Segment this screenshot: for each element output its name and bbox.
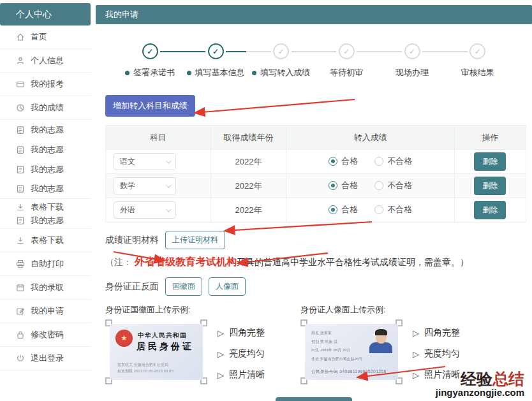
table-header-row: 科目 取得成绩年份 转入成绩 操作: [106, 126, 526, 150]
radio-fail[interactable]: 不合格: [374, 204, 412, 215]
step-check-icon: [142, 43, 158, 59]
portrait-example-title: 身份证人像面上传示例:: [300, 304, 460, 316]
emblem-side-button[interactable]: 国徽面: [165, 277, 202, 296]
add-subject-score-button[interactable]: 增加转入科目和成绩: [105, 95, 195, 117]
sidebar-item-label: 我的志愿: [31, 124, 64, 136]
sidebar-item-group: 表格下载 我的志愿: [0, 199, 91, 229]
column-header-action: 操作: [454, 126, 526, 150]
tip-item: 四角完整: [218, 327, 265, 339]
sidebar-item-preferences-3[interactable]: 我的志愿: [0, 159, 91, 179]
card-title-text: 居民身份证: [137, 341, 194, 353]
submit-review-button[interactable]: 提交审核: [276, 397, 352, 401]
radio-dot-icon: [329, 205, 337, 214]
watermark-logo: 经验总结: [436, 371, 524, 388]
step-label: 填写基本信息: [187, 67, 245, 78]
sidebar-item-preferences-4[interactable]: 我的志愿: [0, 179, 91, 199]
note-highlight: 外省省级教育考试机构: [135, 256, 237, 267]
note-prefix: （注：: [105, 257, 132, 267]
step-check-icon: [469, 43, 485, 59]
step-transfer-scores: 填写转入成绩: [248, 43, 314, 78]
document-icon: [16, 216, 25, 225]
document-icon: [16, 184, 25, 193]
sidebar-item-form-download-1[interactable]: 表格下载: [0, 200, 91, 214]
subject-select[interactable]: 语文: [114, 153, 176, 170]
sidebar-item-preferences-2[interactable]: 我的志愿: [0, 140, 91, 159]
radio-fail[interactable]: 不合格: [374, 180, 412, 191]
radio-pass[interactable]: 合格: [329, 180, 358, 191]
sidebar-item-home[interactable]: 首页: [0, 26, 91, 49]
chevron-down-icon: [166, 207, 171, 212]
sidebar-item-label: 我的申请: [31, 305, 64, 317]
tip-item: 四角完整: [413, 327, 460, 339]
card-issuer-text: 签发机关 安徽省合肥市公安局: [117, 362, 168, 368]
sidebar-item-label: 我的志愿: [31, 183, 64, 194]
step-check-icon: [404, 43, 420, 59]
pie-chart-icon: [16, 103, 25, 112]
sidebar-item-label: 退出登录: [31, 353, 64, 364]
portrait-card-frame: 姓名 张某某 性别 男 民族 汉 出生 1986年 08月 20日 住址 安徽省…: [300, 319, 403, 384]
emblem-example-block: 身份证国徽面上传示例: 中华人民共和国 居民身份证 签发机关 安徽省合肥市公安局…: [105, 304, 265, 384]
document-icon: [16, 126, 25, 135]
sidebar-item-preferences-1[interactable]: 我的志愿: [0, 120, 91, 140]
card-validity-text: 有效期限 2013.03.05-2023.03.05: [117, 368, 174, 374]
table-row: 外语 2022年 合格 不合格 删除: [106, 198, 526, 222]
portrait-side-button[interactable]: 人像面: [209, 277, 246, 296]
delete-row-button[interactable]: 删除: [474, 177, 506, 195]
step-label: 审核结果: [461, 67, 494, 78]
sidebar-item-label: 表格下载: [31, 235, 64, 246]
step-check-icon: [273, 43, 289, 59]
emblem-example-title: 身份证国徽面上传示例:: [105, 304, 265, 316]
card-field: 住址 安徽省合肥市蜀山路26号: [311, 356, 362, 362]
radio-label: 不合格: [387, 180, 412, 191]
avatar-body: [369, 342, 392, 353]
tip-item: 照片清晰: [218, 369, 265, 381]
delete-row-button[interactable]: 删除: [474, 201, 506, 219]
note-rest: 开具的普通高中学业水平合格性考试成绩证明，需盖章。）: [237, 257, 469, 267]
subject-select[interactable]: 数学: [114, 177, 176, 194]
tips-list: 四角完整 亮度均匀 照片清晰: [218, 327, 265, 384]
radio-label: 合格: [341, 204, 358, 215]
printer-icon: [16, 259, 25, 268]
radio-label: 合格: [341, 156, 358, 167]
progress-stepper: 签署承诺书 填写基本信息 填写转入成绩 等待初审 现场办理 审核结果: [96, 43, 532, 78]
sidebar-item-label: 修改密码: [31, 329, 64, 340]
site-watermark: 经验总结 jingyanzongjie.com: [436, 371, 524, 397]
step-review-result: 审核结果: [445, 43, 510, 78]
edit-icon: [16, 307, 25, 316]
step-check-icon: [208, 43, 224, 59]
sidebar-item-admission[interactable]: 我的录取: [0, 276, 91, 300]
sidebar-item-profile[interactable]: 个人信息: [0, 49, 91, 73]
material-row: 成绩证明材料 上传证明材料: [105, 231, 532, 249]
sidebar-item-logout[interactable]: 退出登录: [0, 347, 91, 370]
sidebar-item-application[interactable]: 我的申请: [0, 300, 91, 323]
sidebar-item-form-download-2[interactable]: 表格下载: [0, 229, 91, 252]
subject-select[interactable]: 外语: [114, 201, 176, 219]
portrait-photo: [369, 331, 392, 359]
panel-title: 我的申请: [96, 5, 532, 24]
national-emblem-icon: [115, 330, 133, 347]
watermark-domain: jingyanzongjie.com: [436, 388, 524, 397]
sidebar-item-label: 我的志愿: [31, 164, 64, 175]
radio-dot-icon: [374, 157, 383, 166]
radio-fail[interactable]: 不合格: [374, 156, 412, 167]
sidebar-item-self-print[interactable]: 自助打印: [0, 252, 91, 276]
watermark-text-red: 总结: [492, 370, 524, 388]
sidebar-item-registration[interactable]: 我的报考: [0, 73, 91, 96]
table-row: 语文 2022年 合格 不合格 删除: [106, 150, 526, 174]
id-card-label: 身份证正反面: [105, 281, 159, 293]
radio-pass[interactable]: 合格: [329, 156, 358, 167]
sidebar-item-change-password[interactable]: 修改密码: [0, 323, 91, 347]
delete-row-button[interactable]: 删除: [474, 152, 506, 171]
sidebar-item-label: 我的志愿: [31, 215, 64, 226]
step-label: 填写转入成绩: [252, 67, 310, 78]
avatar-head: [376, 331, 387, 344]
subject-select-value: 外语: [120, 205, 135, 215]
step-label: 现场办理: [395, 67, 429, 78]
radio-pass[interactable]: 合格: [329, 204, 358, 215]
sidebar-item-scores[interactable]: 我的成绩: [0, 96, 91, 120]
upload-material-button[interactable]: 上传证明材料: [165, 231, 225, 249]
sidebar-menu: 首页 个人信息 我的报考 我的成绩 我的志愿 我的志愿 我的志愿 我的志愿: [0, 26, 91, 370]
sidebar-item-preferences-5[interactable]: 我的志愿: [0, 214, 91, 227]
step-basic-info: 填写基本信息: [183, 43, 249, 78]
radio-dot-icon: [329, 181, 337, 190]
